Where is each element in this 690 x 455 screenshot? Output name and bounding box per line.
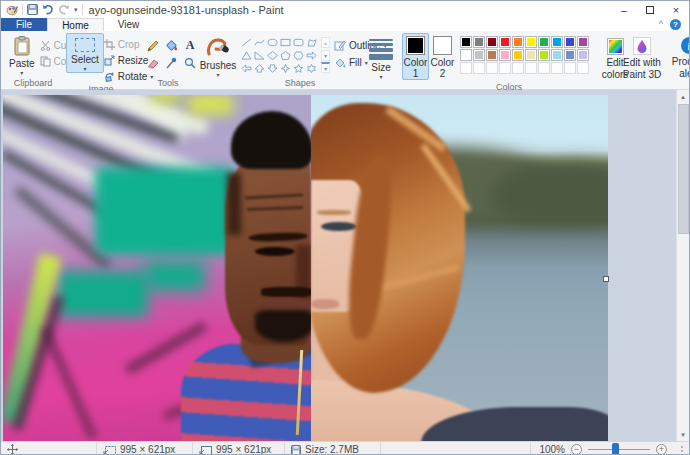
- maximize-icon: [646, 6, 654, 14]
- shapes-scroll-down[interactable]: ▾: [321, 50, 330, 61]
- palette-color-880015[interactable]: [486, 36, 498, 48]
- shapes-more[interactable]: ▾: [321, 62, 330, 73]
- vertical-scrollbar[interactable]: ▴ ▾: [676, 90, 689, 441]
- palette-color-b5e61d[interactable]: [538, 49, 550, 61]
- down-arrow-shape-icon[interactable]: [266, 62, 278, 74]
- qat-dropdown-icon[interactable]: ▾: [74, 6, 78, 13]
- palette-color-c8bfe7[interactable]: [577, 49, 589, 61]
- scrollbar-thumb[interactable]: [678, 104, 689, 234]
- palette-color-c3c3c3[interactable]: [473, 49, 485, 61]
- ellipse-shape-icon[interactable]: [266, 36, 278, 48]
- palette-empty-slot[interactable]: [460, 62, 472, 74]
- save-icon[interactable]: [27, 4, 38, 15]
- scrollbar-down-icon[interactable]: ▾: [677, 428, 689, 441]
- rectangle-shape-icon[interactable]: [279, 36, 291, 48]
- man-eye: [255, 247, 295, 256]
- collapse-ribbon-icon[interactable]: ^: [659, 20, 663, 29]
- pentagon-shape-icon[interactable]: [279, 49, 291, 61]
- window-resize-grip[interactable]: [673, 444, 683, 455]
- zoom-in-button[interactable]: +: [656, 444, 667, 455]
- palette-empty-slot[interactable]: [577, 62, 589, 74]
- palette-color-ffc90e[interactable]: [512, 49, 524, 61]
- redo-icon[interactable]: [58, 4, 70, 15]
- palette-color-ff7f27[interactable]: [512, 36, 524, 48]
- palette-color-fff200[interactable]: [525, 36, 537, 48]
- edit-with-paint3d-button[interactable]: Edit with Paint 3D: [615, 33, 669, 81]
- paste-button[interactable]: Paste ▾: [4, 33, 40, 77]
- five-point-star-shape-icon[interactable]: [292, 62, 304, 74]
- palette-color-b97a57[interactable]: [486, 49, 498, 61]
- palette-empty-slot[interactable]: [564, 62, 576, 74]
- rotate-icon: [104, 71, 115, 82]
- color1-button[interactable]: Color 1: [402, 33, 429, 80]
- rounded-rectangle-shape-icon[interactable]: [292, 36, 304, 48]
- palette-empty-slot[interactable]: [512, 62, 524, 74]
- palette-color-99d9ea[interactable]: [551, 49, 563, 61]
- brushes-button[interactable]: Brushes ▾: [195, 33, 242, 79]
- tab-view[interactable]: View: [104, 18, 154, 31]
- palette-empty-slot[interactable]: [486, 62, 498, 74]
- polygon-shape-icon[interactable]: [305, 36, 317, 48]
- color-picker-tool[interactable]: [162, 55, 180, 71]
- tab-home[interactable]: Home: [47, 18, 104, 31]
- maximize-button[interactable]: [637, 1, 663, 18]
- scrollbar-up-icon[interactable]: ▴: [677, 90, 689, 103]
- canvas-image[interactable]: [3, 95, 608, 441]
- select-button[interactable]: Select ▾: [66, 33, 104, 73]
- size-button[interactable]: Size ▾: [364, 33, 398, 81]
- left-arrow-shape-icon[interactable]: [240, 62, 252, 74]
- woman-lips: [311, 299, 339, 309]
- palette-color-efe4b0[interactable]: [525, 49, 537, 61]
- six-point-star-shape-icon[interactable]: [305, 62, 317, 74]
- undo-icon[interactable]: [42, 4, 54, 15]
- fill-tool[interactable]: [162, 37, 180, 53]
- canvas-resize-handle[interactable]: [603, 276, 609, 282]
- zoom-slider[interactable]: [588, 443, 650, 455]
- palette-color-000000[interactable]: [460, 36, 472, 48]
- copy-icon: [40, 56, 51, 67]
- line-shape-icon[interactable]: [240, 36, 252, 48]
- triangle-shape-icon[interactable]: [240, 49, 252, 61]
- palette-empty-slot[interactable]: [525, 62, 537, 74]
- palette-empty-slot[interactable]: [473, 62, 485, 74]
- palette-color-7092be[interactable]: [564, 49, 576, 61]
- color2-swatch: [433, 36, 452, 55]
- close-button[interactable]: ×: [663, 1, 689, 18]
- group-brushes: Brushes ▾: [198, 32, 238, 89]
- up-arrow-shape-icon[interactable]: [253, 62, 265, 74]
- palette-color-ffffff[interactable]: [460, 49, 472, 61]
- pencil-icon: [146, 39, 159, 52]
- image-size-icon: [199, 445, 212, 455]
- help-icon[interactable]: ?: [670, 19, 681, 30]
- cursor-position-segment: [1, 442, 97, 455]
- hexagon-shape-icon[interactable]: [292, 49, 304, 61]
- palette-color-a349a4[interactable]: [577, 36, 589, 48]
- palette-color-00a2e8[interactable]: [551, 36, 563, 48]
- palette-color-7f7f7f[interactable]: [473, 36, 485, 48]
- tab-file[interactable]: File: [1, 18, 47, 31]
- curve-shape-icon[interactable]: [253, 36, 265, 48]
- zoom-out-button[interactable]: −: [571, 444, 582, 455]
- palette-color-3f48cc[interactable]: [564, 36, 576, 48]
- group-caption-shapes: Shapes: [240, 77, 360, 89]
- right-arrow-shape-icon[interactable]: [305, 49, 317, 61]
- eraser-tool[interactable]: [143, 55, 161, 71]
- shapes-scroll-up[interactable]: ▴: [321, 37, 330, 48]
- palette-color-ffaec9[interactable]: [499, 49, 511, 61]
- palette-color-22b14c[interactable]: [538, 36, 550, 48]
- color2-button[interactable]: Color 2: [429, 33, 456, 80]
- minimize-button[interactable]: –: [611, 1, 637, 18]
- graffiti-teal-patch: [145, 261, 205, 291]
- zoom-slider-thumb[interactable]: [612, 443, 619, 455]
- palette-empty-slot[interactable]: [538, 62, 550, 74]
- diamond-shape-icon[interactable]: [266, 49, 278, 61]
- palette-empty-slot[interactable]: [551, 62, 563, 74]
- palette-empty-slot[interactable]: [499, 62, 511, 74]
- palette-color-ed1c24[interactable]: [499, 36, 511, 48]
- file-size-icon: [291, 445, 301, 455]
- right-triangle-shape-icon[interactable]: [253, 49, 265, 61]
- pencil-tool[interactable]: [143, 37, 161, 53]
- four-point-star-shape-icon[interactable]: [279, 62, 291, 74]
- product-alert-button[interactable]: i Product alert: [664, 33, 690, 80]
- graffiti-teal-patch: [58, 271, 148, 317]
